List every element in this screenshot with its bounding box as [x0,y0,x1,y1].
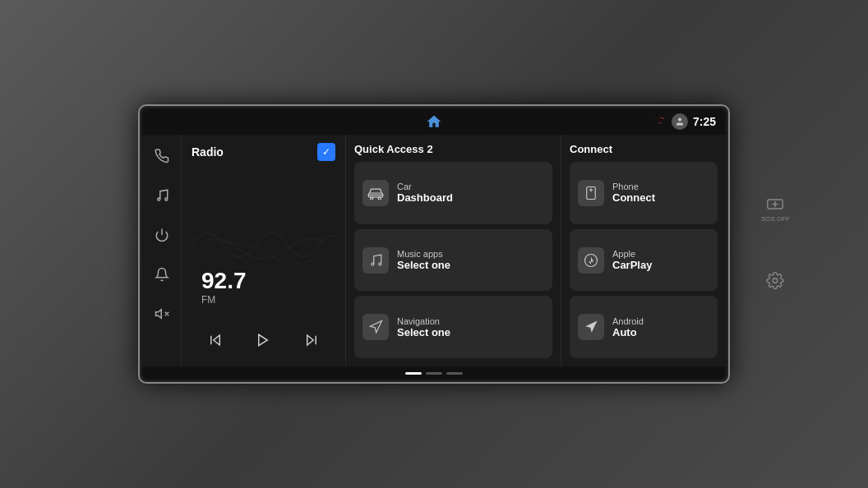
radio-checkbox[interactable]: ✓ [317,143,335,161]
music-sublabel: Select one [397,259,450,271]
next-button[interactable] [300,329,323,352]
nav-sublabel: Select one [397,326,450,338]
frequency-band: FM [201,294,247,306]
svg-marker-2 [259,334,268,346]
connect-panel: Connect Phone Connect [561,135,726,366]
radio-visual: 92.7 FM [192,168,335,322]
svg-marker-14 [589,256,593,264]
music-apps-text: Music apps Select one [397,249,450,271]
radio-frequency: 92.7 FM [201,269,247,306]
music-apps-button[interactable]: Music apps Select one [354,229,552,292]
android-label: Android [612,316,644,326]
page-dot-3[interactable] [446,372,463,375]
sos-off-indicator: SOS OFF [761,196,790,223]
svg-point-6 [371,197,373,200]
car-icon [362,180,389,206]
apple-carplay-button[interactable]: Apple CarPlay [570,229,718,292]
radio-title: Radio [192,145,224,159]
main-content: Radio ✓ 92.7 FM [142,135,726,366]
phone-connect-text: Phone Connect [612,182,655,204]
car-dashboard-text: Car Dashboard [397,182,453,204]
time-display: 7:25 [693,115,716,128]
car-dashboard-button[interactable]: Car Dashboard [354,162,552,224]
svg-marker-3 [307,335,314,345]
connect-grid: Phone Connect [570,162,718,358]
sidebar-bell-icon[interactable] [147,260,177,289]
play-button[interactable] [252,329,275,352]
page-dot-2[interactable] [426,372,442,375]
quick-access-grid: Car Dashboard Music apps [354,162,552,358]
sidebar-power-icon[interactable] [147,220,177,250]
user-avatar[interactable] [672,113,688,130]
music-label: Music apps [397,249,450,259]
status-right: 7:25 [653,113,716,130]
navigation-text: Navigation Select one [397,316,450,338]
apple-sublabel: CarPlay [612,259,652,271]
music-note-icon [362,247,389,274]
prev-button[interactable] [204,329,227,352]
android-sublabel: Auto [612,326,644,338]
home-button[interactable] [426,113,442,130]
nav-label: Navigation [397,316,450,326]
svg-marker-0 [214,335,220,345]
sos-label: SOS OFF [761,215,790,223]
sidebar-mute-icon[interactable] [147,299,177,329]
phone-connect-button[interactable]: Phone Connect [570,162,718,224]
radio-panel: Radio ✓ 92.7 FM [182,135,346,366]
android-auto-text: Android Auto [612,316,644,338]
phone-label: Phone [612,182,655,191]
quick-access-title: Quick Access 2 [354,143,552,155]
wifi-icon [653,115,667,129]
frequency-number: 92.7 [201,269,247,292]
svg-point-7 [378,197,381,200]
radio-controls [192,322,335,358]
page-dot-1[interactable] [405,372,422,375]
connect-title: Connect [570,143,718,155]
infotainment-screen: 7:25 [142,108,726,380]
svg-point-17 [773,279,778,283]
car-label: Car [397,182,453,191]
navigation-button[interactable]: Navigation Select one [354,296,552,358]
android-auto-button[interactable]: Android Auto [570,296,718,358]
radio-header: Radio ✓ [192,143,335,161]
settings-button[interactable] [766,272,784,293]
phone-connect-icon [578,180,604,206]
sidebar-music-icon[interactable] [147,181,177,210]
apple-label: Apple [612,249,652,259]
screen-bezel: 7:25 [138,104,730,384]
svg-marker-15 [585,321,597,333]
sidebar-phone-icon[interactable] [147,141,177,171]
navigation-icon [362,314,389,340]
page-indicators [142,366,726,380]
quick-access-panel: Quick Access 2 [346,135,561,366]
apple-carplay-text: Apple CarPlay [612,249,652,271]
status-bar: 7:25 [142,108,726,135]
phone-sublabel: Connect [612,191,655,204]
car-sublabel: Dashboard [397,191,453,204]
sidebar [142,135,182,366]
apple-carplay-icon [578,247,604,274]
car-dashboard: 7:25 [0,0,868,488]
svg-marker-8 [370,321,381,333]
android-auto-icon [578,314,604,340]
